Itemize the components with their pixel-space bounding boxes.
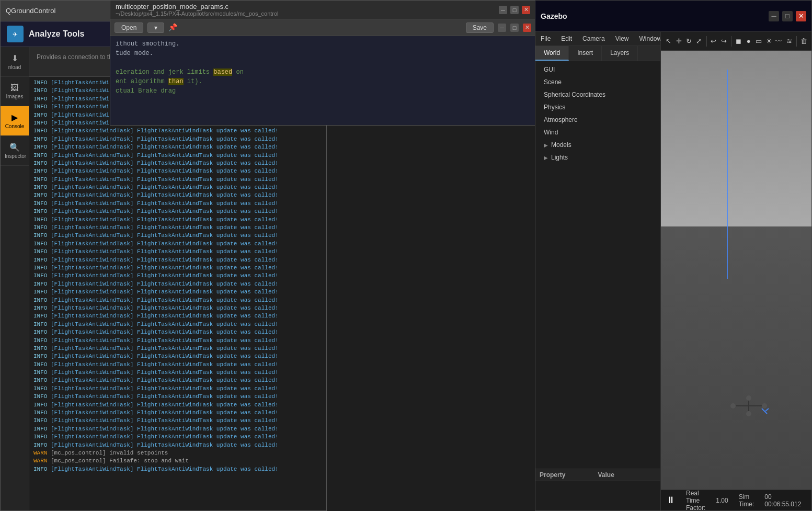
log-line: INFO [FlightTaskAntiWindTask] FlightTask… bbox=[33, 224, 322, 232]
world-item-lights-label: Lights bbox=[551, 154, 568, 161]
world-item-scene[interactable]: Scene bbox=[535, 76, 660, 88]
sidebar-item-download[interactable]: ⬇ nload bbox=[1, 47, 29, 77]
log-line: INFO [FlightTaskAntiWindTask] FlightTask… bbox=[33, 345, 322, 353]
translate-tool-button[interactable]: ✛ bbox=[674, 35, 683, 48]
log-line: INFO [FlightTaskAntiWindTask] FlightTask… bbox=[33, 232, 322, 240]
editor-pin-icon[interactable]: 📌 bbox=[168, 23, 179, 32]
gazebo-menu-window[interactable]: Window bbox=[634, 32, 661, 46]
editor-minimize-button[interactable]: ─ bbox=[499, 6, 507, 14]
tab-layers[interactable]: Layers bbox=[602, 46, 638, 61]
world-item-atmosphere[interactable]: Atmosphere bbox=[535, 113, 660, 126]
log-line: INFO [FlightTaskAntiWindTask] FlightTask… bbox=[33, 240, 322, 248]
log-line: INFO [FlightTaskAntiWindTask] FlightTask… bbox=[33, 321, 322, 328]
qgc-app-title: Analyze Tools bbox=[29, 29, 84, 39]
log-line: INFO [FlightTaskAntiWindTask] FlightTask… bbox=[33, 417, 322, 425]
editor-toolbar-minimize[interactable]: ─ bbox=[498, 24, 506, 32]
gazebo-menu-edit[interactable]: Edit bbox=[556, 32, 577, 46]
world-item-models[interactable]: ▶ Models bbox=[535, 139, 660, 151]
log-line: INFO [FlightTaskAntiWindTask] FlightTask… bbox=[33, 433, 322, 441]
sphere-tool-button[interactable]: ● bbox=[744, 35, 753, 48]
world-item-spherical[interactable]: Spherical Coordinates bbox=[535, 88, 660, 101]
world-item-physics[interactable]: Physics bbox=[535, 101, 660, 113]
box-tool-button[interactable]: ◼ bbox=[734, 35, 743, 48]
log-line: WARN [mc_pos_control] Failsafe: stop and… bbox=[33, 457, 322, 465]
gazebo-menu-view[interactable]: View bbox=[610, 32, 634, 46]
editor-dropdown-button[interactable]: ▾ bbox=[147, 22, 164, 33]
gazebo-minimize-button[interactable]: ─ bbox=[769, 11, 779, 21]
world-item-wind[interactable]: Wind bbox=[535, 126, 660, 139]
tab-world[interactable]: World bbox=[535, 46, 569, 61]
sidebar-item-console-label: Console bbox=[5, 123, 25, 129]
log-line: INFO [FlightTaskAntiWindTask] FlightTask… bbox=[33, 191, 322, 199]
log-line: INFO [FlightTaskAntiWindTask] FlightTask… bbox=[33, 167, 322, 175]
log-line: INFO [FlightTaskAntiWindTask] FlightTask… bbox=[33, 401, 322, 409]
property-col-header: Property bbox=[540, 471, 598, 479]
gazebo-close-button[interactable]: ✕ bbox=[796, 11, 806, 21]
code-line-5: ent algorithm than it). bbox=[116, 77, 530, 86]
svg-point-4 bbox=[746, 395, 751, 401]
scale-tool-button[interactable]: ⤢ bbox=[694, 35, 703, 48]
gazebo-window: ⊟ ⋯ Gazebo ─ □ ✕ File Edit Camera View W… bbox=[535, 0, 812, 511]
svg-line-7 bbox=[765, 408, 769, 411]
gazebo-panel: File Edit Camera View Window Help World … bbox=[535, 32, 811, 510]
gazebo-title-label: Gazebo bbox=[541, 12, 567, 20]
world-item-gui[interactable]: GUI bbox=[535, 63, 660, 76]
editor-code-area[interactable]: ithout smoothing. tude mode. eleration a… bbox=[110, 36, 535, 125]
cylinder-tool-button[interactable]: ▭ bbox=[754, 35, 763, 48]
log-line: WARN [mc_pos_control] invalid setpoints bbox=[33, 449, 322, 457]
qgc-title: QGroundControl bbox=[6, 7, 55, 15]
gazebo-viewport-toolbar: ↖ ✛ ↻ ⤢ ↩ ↪ ◼ ● ▭ ☀ 〰 ≋ 🗑 bbox=[661, 32, 811, 51]
log-line: INFO [FlightTaskAntiWindTask] FlightTask… bbox=[33, 353, 322, 360]
tab-insert[interactable]: Insert bbox=[569, 46, 602, 61]
log-line: INFO [FlightTaskAntiWindTask] FlightTask… bbox=[33, 264, 322, 272]
editor-toolbar-close[interactable]: ✕ bbox=[523, 24, 531, 32]
toolbar-separator-1 bbox=[706, 36, 707, 47]
sidebar-item-console[interactable]: ▶ Console bbox=[1, 106, 29, 136]
gazebo-3d-scene[interactable] bbox=[661, 51, 811, 490]
svg-point-5 bbox=[746, 411, 751, 416]
play-pause-button[interactable]: ⏸ bbox=[666, 495, 676, 506]
sidebar-item-images[interactable]: 🖼 Images bbox=[1, 77, 29, 106]
delete-tool-button[interactable]: 🗑 bbox=[799, 35, 808, 48]
light-tool-button[interactable]: ☀ bbox=[764, 35, 773, 48]
qgc-logo-icon: ✈ bbox=[7, 26, 24, 42]
console-icon: ▶ bbox=[5, 112, 25, 122]
log-line: INFO [FlightTaskAntiWindTask] FlightTask… bbox=[33, 280, 322, 288]
wave-tool-button[interactable]: ≋ bbox=[785, 35, 794, 48]
select-tool-button[interactable]: ↖ bbox=[664, 35, 673, 48]
rotate-tool-button[interactable]: ↻ bbox=[684, 35, 693, 48]
gazebo-menu-file[interactable]: File bbox=[535, 32, 556, 46]
editor-open-button[interactable]: Open bbox=[115, 22, 143, 33]
log-line: INFO [FlightTaskAntiWindTask] FlightTask… bbox=[33, 465, 322, 473]
log-line: INFO [FlightTaskAntiWindTask] FlightTask… bbox=[33, 377, 322, 384]
log-line: INFO [FlightTaskAntiWindTask] FlightTask… bbox=[33, 216, 322, 224]
log-line: INFO [FlightTaskAntiWindTask] FlightTask… bbox=[33, 256, 322, 264]
code-line-2: tude mode. bbox=[116, 49, 530, 58]
log-line: INFO [FlightTaskAntiWindTask] FlightTask… bbox=[33, 143, 322, 151]
editor-maximize-button[interactable]: □ bbox=[510, 6, 519, 14]
editor-save-button[interactable]: Save bbox=[466, 22, 494, 33]
undo-button[interactable]: ↩ bbox=[709, 35, 718, 48]
world-item-models-label: Models bbox=[551, 141, 571, 149]
code-line-4: eleration and jerk limits based on bbox=[116, 67, 530, 77]
qgc-log-area[interactable]: INFO [FlightTaskAntiWindTask] FlightTask… bbox=[29, 77, 326, 510]
gazebo-menubar: File Edit Camera View Window Help bbox=[535, 32, 660, 46]
gazebo-sidebar: File Edit Camera View Window Help World … bbox=[535, 32, 661, 510]
log-line: INFO [FlightTaskAntiWindTask] FlightTask… bbox=[33, 135, 322, 143]
log-line: INFO [FlightTaskAntiWindTask] FlightTask… bbox=[33, 297, 322, 304]
camera-tool-button[interactable]: 〰 bbox=[774, 35, 783, 48]
world-item-lights[interactable]: ▶ Lights bbox=[535, 151, 660, 164]
log-line: INFO [FlightTaskAntiWindTask] FlightTask… bbox=[33, 184, 322, 191]
code-line-3 bbox=[116, 58, 530, 67]
sidebar-item-inspector[interactable]: 🔍 Inspector bbox=[1, 136, 29, 166]
redo-button[interactable]: ↪ bbox=[719, 35, 728, 48]
gazebo-maximize-button[interactable]: □ bbox=[782, 11, 793, 21]
editor-toolbar-maximize[interactable]: □ bbox=[510, 24, 519, 32]
gazebo-menu-camera[interactable]: Camera bbox=[577, 32, 610, 46]
editor-close-button[interactable]: ✕ bbox=[522, 6, 530, 14]
gazebo-viewport[interactable]: ↖ ✛ ↻ ⤢ ↩ ↪ ◼ ● ▭ ☀ 〰 ≋ 🗑 bbox=[661, 32, 811, 510]
models-expand-icon: ▶ bbox=[544, 142, 548, 148]
log-line: INFO [FlightTaskAntiWindTask] FlightTask… bbox=[33, 248, 322, 256]
property-table-header: Property Value bbox=[535, 469, 660, 481]
sidebar-item-images-label: Images bbox=[6, 94, 24, 99]
